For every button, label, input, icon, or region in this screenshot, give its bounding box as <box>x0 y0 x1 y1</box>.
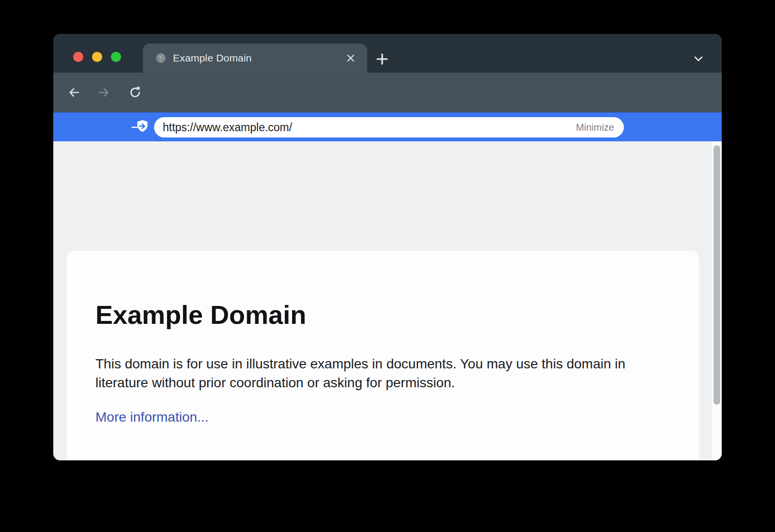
minimize-window-button[interactable] <box>92 52 102 62</box>
browser-window: Example Domain <box>53 34 722 460</box>
scrollbar-track[interactable] <box>712 141 722 460</box>
browser-toolbar: browser-beta.cloudflareaccess.com/... C <box>53 73 722 112</box>
more-information-link[interactable]: More information... <box>95 410 208 425</box>
back-icon[interactable] <box>67 73 81 112</box>
forward-icon[interactable] <box>96 73 111 112</box>
page-paragraph: This domain is for use in illustrative e… <box>95 354 660 392</box>
tab-close-icon[interactable] <box>345 52 356 64</box>
isolation-bar: Minimize <box>53 112 722 141</box>
tab-example-domain[interactable]: Example Domain <box>143 44 367 73</box>
scrollbar-thumb[interactable] <box>713 145 720 405</box>
page-viewport: Example Domain This domain is for use in… <box>53 141 722 460</box>
page-title: Example Domain <box>95 299 670 330</box>
tab-search-chevron-icon[interactable] <box>692 52 705 66</box>
globe-favicon-icon <box>155 53 166 63</box>
isolation-url-pill: Minimize <box>154 117 624 137</box>
zoom-window-button[interactable] <box>111 52 121 62</box>
shield-arrow-icon <box>131 119 151 136</box>
new-tab-button[interactable] <box>375 52 389 66</box>
isolation-url-input[interactable] <box>154 117 532 137</box>
minimize-button[interactable]: Minimize <box>566 117 624 137</box>
page-body-card: Example Domain This domain is for use in… <box>67 251 699 460</box>
tab-strip: Example Domain <box>53 34 722 73</box>
reload-icon[interactable] <box>128 73 142 112</box>
desktop-background: Example Domain <box>0 0 775 532</box>
close-window-button[interactable] <box>73 52 83 62</box>
tab-title: Example Domain <box>173 44 252 73</box>
